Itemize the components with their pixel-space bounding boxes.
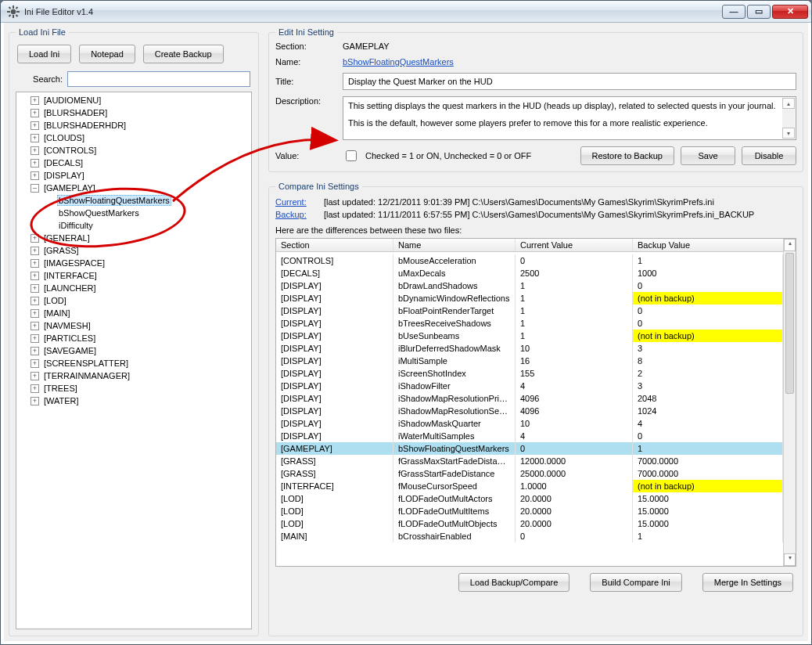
titlebar[interactable]: Ini File Editor v1.4 — ▭ ✕ — [1, 1, 811, 23]
save-button[interactable]: Save — [681, 146, 735, 165]
backup-file-link[interactable]: Backup: — [275, 210, 319, 219]
tree-expander-icon[interactable]: + — [31, 359, 39, 368]
tree-item[interactable]: +[LAUNCHER] — [16, 282, 251, 294]
ini-tree[interactable]: +[AUDIOMENU]+[BLURSHADER]+[BLURSHADERHDR… — [16, 92, 252, 629]
tree-expander-icon[interactable]: + — [31, 134, 39, 142]
create-backup-button[interactable]: Create Backup — [143, 45, 224, 63]
table-row[interactable]: [INTERFACE]fMouseCursorSpeed1.0000(not i… — [276, 480, 783, 492]
tree-expander-icon[interactable]: + — [31, 171, 39, 180]
tree-item[interactable]: +[WATER] — [16, 395, 251, 407]
tree-item[interactable]: +[DISPLAY] — [16, 169, 251, 182]
tree-expander-icon[interactable]: + — [31, 297, 39, 305]
minimize-button[interactable]: — — [722, 5, 746, 19]
title-input[interactable] — [343, 73, 796, 90]
table-row[interactable]: [DISPLAY]bDrawLandShadows10 — [276, 279, 783, 292]
search-input[interactable] — [67, 71, 250, 87]
table-row[interactable]: [DISPLAY]iWaterMultiSamples40 — [276, 430, 783, 442]
table-row[interactable]: [GRASS]fGrassStartFadeDistance25000.0000… — [276, 467, 783, 480]
notepad-button[interactable]: Notepad — [79, 45, 135, 63]
name-link[interactable]: bShowFloatingQuestMarkers — [343, 57, 454, 67]
table-row[interactable]: [LOD]fLODFadeOutMultObjects20.000015.000… — [276, 517, 783, 530]
tree-expander-icon[interactable]: + — [31, 146, 39, 155]
tree-item[interactable]: +[NAVMESH] — [16, 319, 251, 332]
tree-expander-icon[interactable]: + — [31, 96, 39, 105]
table-row[interactable]: [DISPLAY]bUseSunbeams1(not in backup) — [276, 330, 783, 342]
table-row[interactable]: [DISPLAY]bTreesReceiveShadows10 — [276, 317, 783, 330]
tree-item[interactable]: iDifficulty — [16, 219, 251, 232]
close-button[interactable]: ✕ — [772, 5, 808, 19]
table-row[interactable]: [MAIN]bCrosshairEnabled01 — [276, 530, 783, 542]
diff-table[interactable]: Section Name Current Value Backup Value … — [275, 238, 796, 567]
tree-item[interactable]: +[CONTROLS] — [16, 144, 251, 157]
table-row[interactable]: [DISPLAY]iBlurDeferredShadowMask103 — [276, 342, 783, 355]
load-ini-button[interactable]: Load Ini — [17, 45, 71, 63]
col-header-current[interactable]: Current Value — [516, 239, 633, 251]
description-textarea[interactable]: This setting displays the quest markers … — [343, 96, 796, 140]
tree-expander-icon[interactable]: + — [31, 121, 39, 130]
tree-item[interactable]: +[SAVEGAME] — [16, 344, 251, 357]
tree-item[interactable]: +[BLURSHADER] — [16, 106, 251, 119]
tree-item[interactable]: +[PARTICLES] — [16, 332, 251, 344]
tree-expander-icon[interactable]: + — [31, 234, 39, 243]
table-row[interactable]: [CONTROLS]bMouseAcceleration01 — [276, 254, 783, 267]
scroll-down-icon[interactable]: ▾ — [784, 553, 796, 566]
merge-in-settings-button[interactable]: Merge In Settings — [702, 573, 793, 592]
tree-expander-icon[interactable]: + — [31, 397, 39, 405]
tree-item[interactable]: +[MAIN] — [16, 307, 251, 319]
tree-expander-icon[interactable]: + — [31, 259, 39, 268]
tree-expander-icon[interactable]: + — [31, 109, 39, 117]
tree-item[interactable]: +[LOD] — [16, 294, 251, 307]
table-row[interactable]: [GRASS]fGrassMaxStartFadeDistance12000.0… — [276, 455, 783, 467]
tree-expander-icon[interactable]: + — [31, 272, 39, 280]
col-header-section[interactable]: Section — [276, 239, 393, 251]
tree-item[interactable]: +[DECALS] — [16, 157, 251, 169]
tree-item[interactable]: bShowQuestMarkers — [16, 207, 251, 219]
table-row[interactable]: [DISPLAY]iScreenShotIndex1552 — [276, 367, 783, 380]
tree-item[interactable]: +[IMAGESPACE] — [16, 257, 251, 269]
tree-item[interactable]: +[GRASS] — [16, 244, 251, 257]
tree-expander-icon[interactable]: + — [31, 322, 39, 330]
description-scrollbar[interactable]: ▴▾ — [782, 98, 795, 139]
disable-button[interactable]: Disable — [742, 146, 796, 165]
tree-item[interactable]: +[INTERFACE] — [16, 269, 251, 282]
load-backup-compare-button[interactable]: Load Backup/Compare — [458, 573, 570, 592]
tree-expander-icon[interactable]: + — [31, 159, 39, 168]
current-file-link[interactable]: Current: — [275, 197, 319, 207]
tree-item[interactable]: +[AUDIOMENU] — [16, 94, 251, 106]
tree-expander-icon[interactable]: + — [31, 347, 39, 355]
table-row[interactable]: [DISPLAY]iShadowMaskQuarter104 — [276, 417, 783, 430]
scroll-up-icon[interactable]: ▴ — [784, 239, 796, 251]
tree-item[interactable]: +[SCREENSPLATTER] — [16, 357, 251, 369]
table-row[interactable]: [DISPLAY]iShadowMapResolutionPrim...4096… — [276, 392, 783, 405]
tree-item[interactable]: +[CLOUDS] — [16, 132, 251, 144]
tree-expander-icon[interactable]: + — [31, 384, 39, 393]
table-row[interactable]: [LOD]fLODFadeOutMultActors20.000015.0000 — [276, 492, 783, 505]
tree-item[interactable]: +[BLURSHADERHDR] — [16, 119, 251, 132]
tree-expander-icon[interactable]: + — [31, 334, 39, 343]
tree-item[interactable]: +[TERRAINMANAGER] — [16, 369, 251, 382]
tree-item[interactable]: +[TREES] — [16, 382, 251, 395]
table-row[interactable]: [DISPLAY]bFloatPointRenderTarget10 — [276, 304, 783, 317]
restore-backup-button[interactable]: Restore to Backup — [580, 146, 675, 165]
table-row[interactable]: [DECALS]uMaxDecals25001000 — [276, 267, 783, 279]
value-checkbox[interactable] — [346, 150, 357, 161]
table-row[interactable]: [DISPLAY]iShadowMapResolutionSec...40961… — [276, 405, 783, 417]
tree-expander-icon[interactable]: + — [31, 309, 39, 318]
scroll-thumb[interactable] — [785, 253, 794, 394]
tree-expander-icon[interactable]: + — [31, 284, 39, 293]
tree-expander-icon[interactable]: – — [31, 184, 39, 193]
tree-item[interactable]: bShowFloatingQuestMarkers — [16, 194, 251, 207]
tree-item[interactable]: –[GAMEPLAY] — [16, 182, 251, 194]
col-header-backup[interactable]: Backup Value — [633, 239, 796, 251]
table-row[interactable]: [DISPLAY]iMultiSample168 — [276, 355, 783, 367]
table-row[interactable]: [GAMEPLAY]bShowFloatingQuestMarkers01 — [276, 442, 783, 455]
table-scrollbar[interactable]: ▴ ▾ — [783, 239, 796, 566]
diff-table-header[interactable]: Section Name Current Value Backup Value — [276, 239, 796, 252]
col-header-name[interactable]: Name — [393, 239, 516, 251]
build-compare-ini-button[interactable]: Build Compare Ini — [590, 573, 681, 592]
tree-item[interactable]: +[GENERAL] — [16, 232, 251, 244]
tree-expander-icon[interactable]: + — [31, 372, 39, 380]
tree-expander-icon[interactable]: + — [31, 247, 39, 255]
table-row[interactable]: [LOD]fLODFadeOutMultItems20.000015.0000 — [276, 505, 783, 517]
table-row[interactable]: [DISPLAY]iShadowFilter43 — [276, 380, 783, 392]
